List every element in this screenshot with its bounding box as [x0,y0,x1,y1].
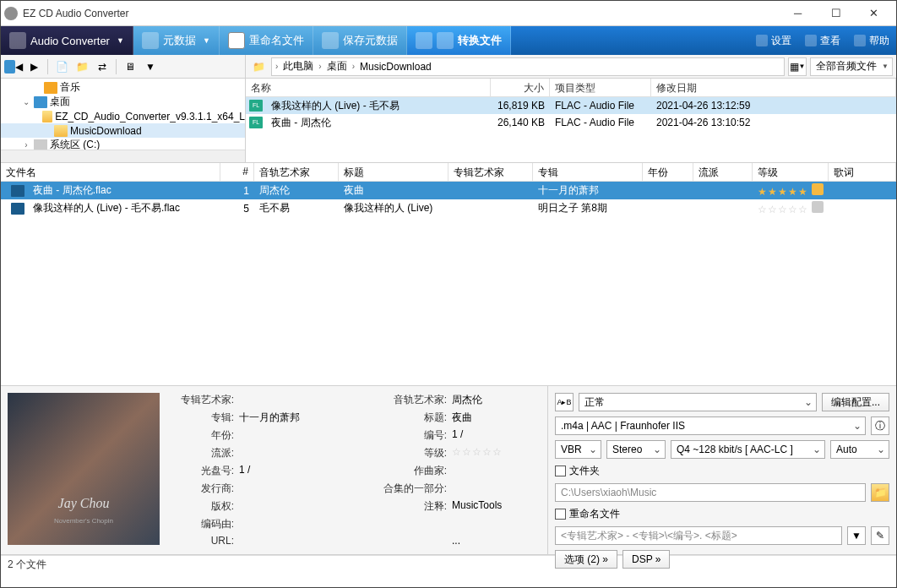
file-row[interactable]: FL 夜曲 - 周杰伦 26,140 KB FLAC - Audio File … [246,114,896,131]
col-year[interactable]: 年份 [643,163,693,181]
quality-dropdown[interactable]: Q4 ~128 kbit/s [ AAC-LC ] [671,440,825,459]
mode-dropdown[interactable]: 正常 [579,393,817,411]
col-title[interactable]: 标题 [339,163,448,181]
meta-value[interactable] [239,517,366,531]
rename-files-button[interactable]: 重命名文件 [220,26,313,55]
stereo-dropdown[interactable]: Stereo [606,440,666,459]
help-link[interactable]: 帮助 [847,26,896,55]
track-row[interactable]: 像我这样的人 (Live) - 毛不易.flac 5 毛不易 像我这样的人 (L… [1,199,896,217]
col-filename[interactable]: 文件名 [1,163,220,181]
ab-icon[interactable]: A▸B [555,393,574,411]
convert-files-button[interactable]: 转换文件 [407,26,511,55]
track-rating[interactable]: ☆☆☆☆☆ [753,201,829,215]
col-lyrics[interactable]: 歌词 [829,163,896,181]
options-button[interactable]: 选项 (2) » [555,550,617,569]
toolbar-icon-4[interactable]: 🖥 [121,57,139,76]
edit-config-button[interactable]: 编辑配置... [822,393,889,411]
breadcrumb-folder[interactable]: MusicDownload [358,61,433,73]
meta-value[interactable] [239,535,366,547]
view-mode-button[interactable]: ▦ ▼ [788,57,807,76]
format-dropdown[interactable]: .m4a | AAC | Fraunhofer IIS [555,416,866,435]
meta-value[interactable] [239,446,366,460]
rename-checkbox[interactable] [555,509,566,520]
dsp-button[interactable]: DSP » [622,550,670,569]
edit-icon[interactable] [812,201,824,213]
col-genre[interactable]: 流派 [693,163,753,181]
auto-dropdown[interactable]: Auto [830,440,889,459]
expand-icon[interactable]: › [21,140,31,150]
flac-icon: FL [249,100,263,112]
forward-button[interactable]: ▶ [24,57,43,76]
breadcrumb-computer[interactable]: 此电脑 [281,59,315,74]
folder-path-input[interactable]: C:\Users\xiaoh\Music [555,483,866,502]
meta-value[interactable] [239,428,366,443]
col-album[interactable]: 专辑 [533,163,643,181]
toolbar-icon-2[interactable]: 📁 [73,57,91,76]
album-art[interactable]: Jay Chou November's Chopin [8,393,160,545]
meta-value[interactable]: 1 / [239,464,366,478]
back-button[interactable]: ◀ [4,57,23,76]
tree-item-musicdownload[interactable]: MusicDownload [1,123,245,138]
meta-value[interactable]: 周杰伦 [452,393,541,407]
tree-item-music[interactable]: 音乐 [1,80,245,95]
breadcrumb-desktop[interactable]: 桌面 [325,59,349,74]
toolbar-icon-3[interactable]: ⇄ [93,57,111,76]
browse-folder-button[interactable]: 📁 [871,483,889,502]
view-link[interactable]: 查看 [798,26,847,55]
file-row[interactable]: FL 像我这样的人 (Live) - 毛不易 16,819 KB FLAC - … [246,97,896,114]
save-metadata-button[interactable]: 保存元数据 [313,26,407,55]
col-date[interactable]: 修改日期 [651,79,896,96]
info-icon[interactable]: ⓘ [871,416,889,435]
col-artist[interactable]: 音轨艺术家 [254,163,339,181]
col-rating[interactable]: 等级 [753,163,829,181]
meta-value[interactable]: MusicTools [452,499,541,514]
col-num[interactable]: # [220,163,254,181]
horizontal-scrollbar[interactable] [1,150,245,162]
metadata-button[interactable]: 元数据 ▼ [133,26,220,55]
meta-value[interactable] [239,393,366,407]
meta-more[interactable]: ... [452,535,541,547]
folder-icon[interactable]: 📁 [249,57,268,76]
address-bar[interactable]: › 此电脑 › 桌面 › MusicDownload [271,57,785,76]
track-rating[interactable]: ★★★★★ [753,183,829,198]
pattern-menu-button[interactable]: ▼ [847,526,866,545]
meta-value[interactable] [452,482,541,496]
meta-rating[interactable]: ☆☆☆☆☆ [452,446,541,460]
col-name[interactable]: 名称 [246,79,491,96]
maximize-button[interactable]: ☐ [817,1,855,25]
folder-tree[interactable]: 音乐 ⌄ 桌面 EZ_CD_Audio_Converter_v9.3.1.1_x… [1,79,246,162]
toolbar-icon-1[interactable]: 📄 [52,57,71,76]
file-name: 像我这样的人 (Live) - 毛不易 [266,99,491,113]
tree-item-desktop[interactable]: ⌄ 桌面 [1,95,245,109]
file-list[interactable]: FL 像我这样的人 (Live) - 毛不易 16,819 KB FLAC - … [246,97,896,162]
audio-converter-button[interactable]: Audio Converter ▼ [1,26,133,55]
edit-icon[interactable] [812,183,824,195]
view-icon [805,35,817,46]
col-type[interactable]: 项目类型 [550,79,651,96]
track-list[interactable]: 夜曲 - 周杰伦.flac 1 周杰伦 夜曲 十一月的萧邦 ★★★★★ 像我这样… [1,182,896,385]
file-size: 16,819 KB [491,100,550,112]
pattern-edit-button[interactable]: ✎ [871,526,889,545]
close-button[interactable]: ✕ [855,1,893,25]
track-row[interactable]: 夜曲 - 周杰伦.flac 1 周杰伦 夜曲 十一月的萧邦 ★★★★★ [1,182,896,199]
col-album-artist[interactable]: 专辑艺术家 [448,163,533,181]
toolbar-dropdown[interactable]: ▼ [141,57,160,76]
meta-value[interactable] [239,482,366,496]
meta-value[interactable] [452,464,541,478]
rename-pattern-input[interactable]: <专辑艺术家> - <专辑>\<编号>. <标题> [555,526,842,545]
meta-value[interactable]: 1 / [452,428,541,443]
meta-value[interactable] [239,499,366,514]
meta-value[interactable]: 夜曲 [452,411,541,425]
minimize-button[interactable]: ─ [779,1,817,25]
vbr-dropdown[interactable]: VBR [555,440,601,459]
tree-item-ezcd[interactable]: EZ_CD_Audio_Converter_v9.3.1.1_x64_L [1,109,245,123]
settings-link[interactable]: 设置 [749,26,798,55]
chevron-right-icon: › [318,62,321,71]
meta-value[interactable]: 十一月的萧邦 [239,411,366,425]
folder-checkbox[interactable] [555,466,566,476]
col-size[interactable]: 大小 [491,79,550,96]
collapse-icon[interactable]: ⌄ [21,97,31,106]
audio-converter-icon [9,32,26,49]
rename-files-label: 重命名文件 [249,33,304,48]
file-filter-dropdown[interactable]: 全部音频文件 [810,57,893,76]
